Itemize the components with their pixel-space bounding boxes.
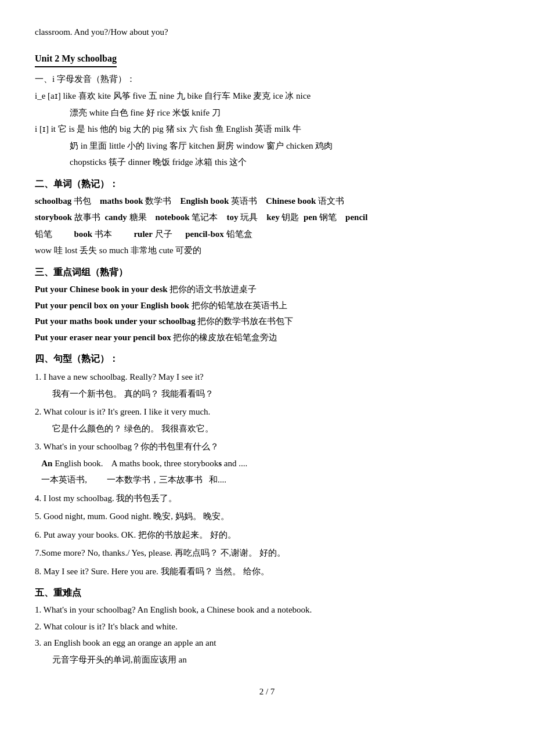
- words-block: schoolbag 书包 maths book 数学书 English book…: [35, 194, 499, 258]
- page-number: 2 / 7: [35, 685, 499, 700]
- unit-title: Unit 2 My schoolbag: [35, 51, 117, 67]
- sentence7: 7.Some more? No, thanks./ Yes, please. 再…: [35, 546, 499, 561]
- phrase2: Put your pencil box on your English book…: [35, 298, 499, 314]
- sentence1-en: 1. I have a new schoolbag. Really? May I…: [35, 370, 499, 385]
- sentence1-cn: 我有一个新书包。 真的吗？ 我能看看吗？: [52, 387, 499, 402]
- difficult-block: 1. What's in your schoolbag? An English …: [35, 603, 499, 667]
- sentence8: 8. May I see it? Sure. Here you are. 我能看…: [35, 564, 499, 579]
- sentence3-en: 3. What's in your schoolbag？你的书包里有什么？: [35, 440, 499, 455]
- words-line3: 铅笔 book 书本 ruler 尺子 pencil-box 铅笔盒: [35, 227, 499, 242]
- sentence3-answer-cn: 一本英语书, 一本数学书，三本故事书 和....: [35, 473, 499, 488]
- phrase4: Put your eraser near your pencil box 把你的…: [35, 330, 499, 345]
- section3-heading: 三、重点词组（熟背）: [35, 264, 499, 280]
- section1-heading: 一、i 字母发音（熟背）：: [35, 72, 499, 87]
- phrase1: Put your Chinese book in your desk 把你的语文…: [35, 282, 499, 297]
- phrase3: Put your maths book under your schoolbag…: [35, 314, 499, 329]
- unit-section: Unit 2 My schoolbag 一、i 字母发音（熟背）： i_e [a…: [35, 51, 499, 668]
- ie-line2: 漂亮 white 白色 fine 好 rice 米饭 knife 刀: [70, 106, 499, 121]
- sentence4: 4. I lost my schoolbag. 我的书包丢了。: [35, 491, 499, 506]
- i-line1: i [ɪ] it 它 is 是 his 他的 big 大的 pig 猪 six …: [35, 122, 499, 137]
- section2-heading: 二、单词（熟记）：: [35, 176, 499, 192]
- top-text: classroom. And you?/How about you?: [35, 25, 499, 40]
- words-line1: schoolbag 书包 maths book 数学书 English book…: [35, 194, 499, 209]
- i-line3: chopsticks 筷子 dinner 晚饭 fridge 冰箱 this 这…: [70, 155, 499, 170]
- phrases-block: Put your Chinese book in your desk 把你的语文…: [35, 282, 499, 345]
- difficult2: 2. What colour is it? It's black and whi…: [35, 620, 499, 635]
- sentence2-cn: 它是什么颜色的？ 绿色的。 我很喜欢它。: [52, 422, 499, 437]
- difficult1: 1. What's in your schoolbag? An English …: [35, 603, 499, 618]
- difficult3-line1: 3. an English book an egg an orange an a…: [35, 636, 499, 651]
- section5-heading: 五、重难点: [35, 585, 499, 600]
- section4-heading: 四、句型（熟记）：: [35, 351, 499, 366]
- ie-block: i_e [aɪ] like 喜欢 kite 风筝 five 五 nine 九 b…: [35, 89, 499, 170]
- sentence2-en: 2. What colour is it? It's green. I like…: [35, 405, 499, 420]
- sentence3-answer-en: An English book. A maths book, three sto…: [35, 456, 499, 471]
- sentence6: 6. Put away your books. OK. 把你的书放起来。 好的。: [35, 528, 499, 543]
- difficult3-line2: 元音字母开头的单词,前面应该用 an: [52, 653, 499, 668]
- words-line2: storybook 故事书 candy 糖果 notebook 笔记本 toy …: [35, 210, 499, 225]
- i-line2: 奶 in 里面 little 小的 living 客厅 kitchen 厨房 w…: [70, 139, 499, 154]
- sentence5: 5. Good night, mum. Good night. 晚安, 妈妈。 …: [35, 509, 499, 524]
- ie-line1: i_e [aɪ] like 喜欢 kite 风筝 five 五 nine 九 b…: [35, 89, 499, 104]
- sentences-block: 1. I have a new schoolbag. Really? May I…: [35, 370, 499, 579]
- words-line4: wow 哇 lost 丢失 so much 非常地 cute 可爱的: [35, 243, 499, 258]
